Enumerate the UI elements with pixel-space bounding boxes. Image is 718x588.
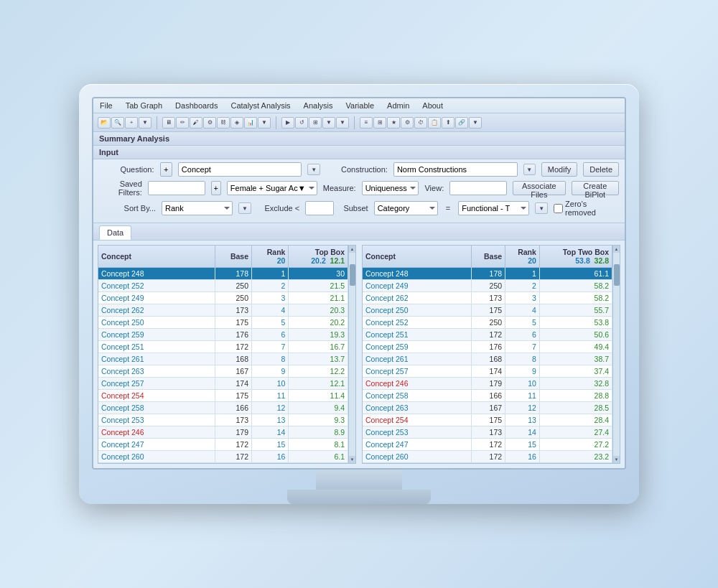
chart-icon[interactable]: 📊 (244, 117, 257, 129)
menu-about[interactable]: About (420, 101, 445, 111)
right-concept-12[interactable]: Concept 254 (363, 414, 472, 426)
shape-icon[interactable]: ◈ (230, 117, 243, 129)
left-concept-5[interactable]: Concept 259 (98, 329, 215, 341)
right-concept-13[interactable]: Concept 253 (363, 426, 472, 439)
exclude-input[interactable] (305, 201, 334, 215)
left-concept-0[interactable]: Concept 248 (98, 268, 215, 280)
left-concept-11[interactable]: Concept 258 (98, 402, 215, 414)
right-scrollbar[interactable]: ▲ ▼ (612, 246, 620, 463)
left-concept-8[interactable]: Concept 263 (98, 365, 215, 378)
sort-select[interactable]: Rank (162, 201, 233, 215)
left-concept-6[interactable]: Concept 251 (98, 341, 215, 353)
toolbar-dropdown-3[interactable]: ▼ (336, 117, 349, 129)
subset-filter-dropdown[interactable]: ▼ (535, 202, 548, 214)
menu-tab-graph[interactable]: Tab Graph (123, 101, 164, 111)
construction-input[interactable] (393, 162, 518, 177)
right-concept-4[interactable]: Concept 252 (363, 317, 472, 329)
clock-icon[interactable]: ⏱ (414, 117, 427, 129)
report-icon[interactable]: 📋 (428, 117, 441, 129)
grid-icon[interactable]: ⊞ (309, 117, 322, 129)
toolbar-dropdown-2[interactable]: ▼ (258, 117, 271, 129)
menu-file[interactable]: File (98, 101, 115, 111)
link-icon[interactable]: 🔗 (455, 117, 468, 129)
subset-select[interactable]: Category (374, 201, 438, 215)
zeros-removed-checkbox[interactable] (554, 204, 563, 213)
edit-icon[interactable]: ✏ (176, 117, 189, 129)
sort-dropdown-arrow[interactable]: ▼ (238, 202, 251, 214)
settings-icon[interactable]: ⚙ (401, 117, 414, 129)
table-icon[interactable]: ⊞ (373, 117, 386, 129)
right-scroll-up[interactable]: ▲ (613, 246, 620, 253)
refresh-icon[interactable]: ↺ (295, 117, 308, 129)
right-scroll-down[interactable]: ▼ (613, 456, 620, 463)
right-concept-14[interactable]: Concept 247 (363, 439, 472, 451)
export-icon[interactable]: ⬆ (442, 117, 454, 129)
right-concept-5[interactable]: Concept 251 (363, 329, 472, 341)
toolbar-dropdown-1[interactable]: ▼ (139, 117, 151, 129)
star-icon[interactable]: ★ (387, 117, 400, 129)
right-scroll-thumb[interactable] (614, 264, 620, 286)
tab-data[interactable]: Data (99, 225, 131, 240)
left-concept-14[interactable]: Concept 247 (98, 439, 215, 451)
screen-icon[interactable]: 🖥 (162, 117, 175, 129)
concept-dropdown-arrow[interactable]: ▼ (307, 164, 320, 175)
left-concept-15[interactable]: Concept 260 (98, 451, 215, 463)
toolbar-dropdown-4[interactable]: ▼ (469, 117, 482, 129)
left-scroll-thumb[interactable] (350, 264, 355, 286)
left-scroll-down[interactable]: ▼ (349, 456, 356, 463)
right-concept-8[interactable]: Concept 257 (363, 365, 472, 378)
left-concept-12[interactable]: Concept 253 (98, 414, 215, 426)
subset-filter-select[interactable]: Functional - T (458, 201, 529, 215)
filter-plus-btn[interactable]: + (211, 181, 221, 195)
filter-icon[interactable]: ▼ (322, 117, 335, 129)
filter-select[interactable]: Female + Sugar Ac▼ (227, 181, 317, 195)
menu-dashboards[interactable]: Dashboards (173, 101, 220, 111)
associate-files-button[interactable]: Associate Files (513, 181, 565, 195)
left-concept-4[interactable]: Concept 250 (98, 317, 215, 329)
left-scroll-up[interactable]: ▲ (349, 246, 356, 253)
concept-input[interactable] (178, 162, 302, 177)
concept-plus-btn[interactable]: + (160, 162, 172, 177)
subset-label: Subset (340, 204, 368, 213)
left-table-wrapper: Concept Base Rank20 Top Box20.2 12.1 Con… (98, 245, 356, 464)
right-concept-0[interactable]: Concept 248 (363, 268, 472, 280)
add-icon[interactable]: + (125, 117, 138, 129)
tools-icon[interactable]: ⚙ (203, 117, 216, 129)
left-concept-2[interactable]: Concept 249 (98, 292, 215, 304)
right-concept-6[interactable]: Concept 259 (363, 341, 472, 353)
zoom-icon[interactable]: 🔍 (111, 117, 124, 129)
menu-catalyst[interactable]: Catalyst Analysis (228, 101, 292, 111)
right-concept-1[interactable]: Concept 249 (363, 280, 472, 292)
create-biplot-button[interactable]: Create BiPlot (572, 181, 619, 195)
menu-admin[interactable]: Admin (385, 101, 411, 111)
view-input[interactable] (449, 181, 507, 195)
left-concept-13[interactable]: Concept 246 (98, 426, 215, 439)
saved-filters-input[interactable] (148, 181, 205, 195)
right-concept-9[interactable]: Concept 246 (363, 378, 472, 390)
left-concept-10[interactable]: Concept 254 (98, 390, 215, 402)
left-concept-3[interactable]: Concept 262 (98, 304, 215, 317)
delete-button[interactable]: Delete (583, 162, 619, 177)
exclude-label: Exclude < (257, 204, 299, 213)
right-concept-15[interactable]: Concept 260 (363, 451, 472, 463)
brush-icon[interactable]: 🖌 (190, 117, 202, 129)
right-concept-3[interactable]: Concept 250 (363, 304, 472, 317)
right-concept-10[interactable]: Concept 258 (363, 390, 472, 402)
left-concept-7[interactable]: Concept 261 (98, 353, 215, 365)
measure-select[interactable]: Uniqueness (362, 181, 419, 195)
left-concept-1[interactable]: Concept 252 (98, 280, 215, 292)
list-icon[interactable]: ≡ (360, 117, 373, 129)
construction-dropdown-arrow[interactable]: ▼ (523, 164, 536, 175)
menu-variable[interactable]: Variable (344, 101, 377, 111)
right-concept-11[interactable]: Concept 263 (363, 402, 472, 414)
menu-analysis[interactable]: Analysis (302, 101, 335, 111)
zeros-removed-label[interactable]: Zero's removed (554, 200, 619, 217)
left-concept-9[interactable]: Concept 257 (98, 378, 215, 390)
left-scrollbar[interactable]: ▲ ▼ (348, 246, 355, 463)
right-concept-2[interactable]: Concept 262 (363, 292, 472, 304)
modify-button[interactable]: Modify (541, 162, 577, 177)
right-concept-7[interactable]: Concept 261 (363, 353, 472, 365)
connect-icon[interactable]: ⛓ (217, 117, 230, 129)
run-icon[interactable]: ▶ (281, 117, 294, 129)
open-icon[interactable]: 📂 (98, 117, 111, 129)
